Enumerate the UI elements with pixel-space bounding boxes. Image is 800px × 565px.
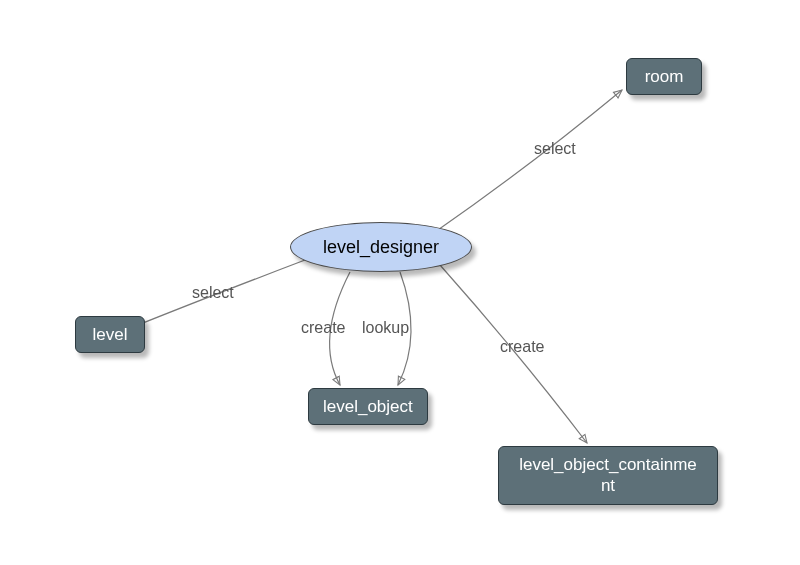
edge-lookup-level-object: [398, 272, 411, 385]
entity-level[interactable]: level: [75, 316, 145, 353]
entity-label: room: [645, 66, 684, 87]
entity-label: level: [93, 324, 128, 345]
edge-create-containment: [440, 265, 587, 443]
entity-room[interactable]: room: [626, 58, 702, 95]
edge-label-create-containment: create: [500, 338, 544, 356]
edge-create-level-object: [330, 272, 350, 385]
entity-level-object-containment[interactable]: level_object_containme nt: [498, 446, 718, 505]
entity-label: level_object: [323, 396, 413, 417]
diagram-canvas: level_designer room level level_object l…: [0, 0, 800, 565]
edge-label-select-room: select: [534, 140, 576, 158]
edge-label-select-level: select: [192, 284, 234, 302]
entity-level-object[interactable]: level_object: [308, 388, 428, 425]
entity-label: level_object_containme nt: [519, 454, 697, 497]
edge-select-level: [133, 260, 305, 327]
actor-level-designer[interactable]: level_designer: [290, 222, 472, 272]
edge-select-room: [435, 90, 622, 232]
edge-label-lookup-level-object: lookup: [362, 319, 409, 337]
edge-label-create-level-object: create: [301, 319, 345, 337]
actor-label: level_designer: [323, 237, 439, 258]
